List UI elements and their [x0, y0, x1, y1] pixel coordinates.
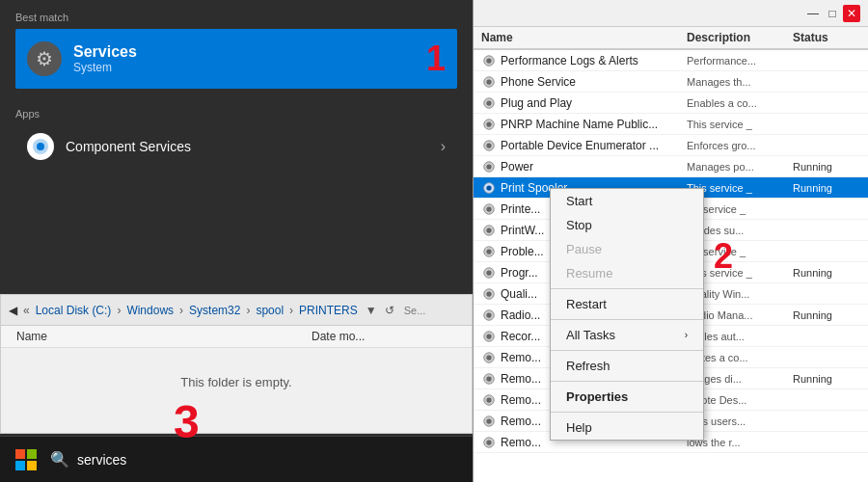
svg-point-43 — [486, 440, 491, 444]
dropdown-arrow-icon[interactable]: ▼ — [366, 304, 377, 317]
service-name: Plug and Play — [501, 96, 687, 110]
context-menu-item-properties[interactable]: Properties — [551, 385, 703, 409]
svg-point-39 — [486, 397, 491, 402]
search-input[interactable] — [77, 452, 461, 468]
service-gear-icon — [481, 265, 497, 281]
breadcrumb-sep-start: « — [23, 304, 30, 317]
breadcrumb-nav-icon: ◀ — [9, 304, 17, 317]
service-gear-icon — [481, 244, 497, 259]
service-gear-icon — [481, 286, 497, 302]
column-name-header: Name — [16, 330, 312, 343]
best-match-section: Best match ⚙ Services System 1 — [0, 0, 473, 96]
service-name: Portable Device Enumerator ... — [501, 139, 687, 152]
breadcrumb-windows[interactable]: Windows — [126, 304, 174, 317]
breadcrumb-printers[interactable]: PRINTERS — [299, 304, 358, 317]
svg-rect-2 — [15, 449, 25, 459]
context-menu-divider — [551, 319, 703, 320]
svg-point-35 — [486, 355, 491, 360]
services-window-header: — □ ✕ — [474, 0, 868, 27]
svg-point-1 — [37, 143, 44, 150]
window-controls: — □ ✕ — [804, 5, 860, 22]
breadcrumb-spool[interactable]: spool — [256, 304, 284, 317]
maximize-button[interactable]: □ — [824, 5, 841, 22]
services-table-header: Name Description Status — [474, 27, 868, 50]
minimize-button[interactable]: — — [804, 5, 822, 22]
svg-point-25 — [486, 249, 491, 254]
service-description: Performance... — [687, 55, 793, 67]
service-gear-icon — [481, 223, 497, 238]
column-description: Description — [687, 31, 793, 44]
svg-point-37 — [486, 376, 491, 381]
number-3-badge: 3 — [174, 395, 200, 448]
service-status: Running — [793, 373, 860, 385]
chevron-right-icon: › — [441, 138, 446, 155]
service-row[interactable]: PowerManages po...Running — [474, 156, 868, 177]
service-description: Enforces gro... — [687, 140, 793, 151]
gear-icon: ⚙ — [27, 41, 62, 76]
service-row[interactable]: PNRP Machine Name Public...This service … — [474, 114, 868, 135]
context-menu-item-pause: Pause — [551, 237, 703, 261]
service-gear-icon — [481, 159, 497, 174]
service-description: Manages po... — [687, 161, 793, 173]
service-row[interactable]: Phone ServiceManages th... — [474, 71, 868, 93]
search-icon: 🔍 — [50, 450, 69, 469]
svg-point-9 — [486, 79, 491, 84]
best-match-title: Services — [73, 43, 137, 61]
svg-point-31 — [486, 312, 491, 317]
breadcrumb-localdisk[interactable]: Local Disk (C:) — [36, 304, 112, 317]
component-services-item[interactable]: Component Services › — [15, 125, 457, 168]
service-gear-icon — [481, 74, 497, 90]
svg-point-21 — [486, 206, 491, 211]
file-explorer: ◀ « Local Disk (C:) › Windows › System32… — [0, 294, 473, 434]
number-1-badge: 1 — [426, 39, 446, 79]
context-menu-divider — [551, 288, 703, 289]
svg-point-17 — [486, 164, 491, 169]
service-gear-icon — [481, 329, 497, 344]
service-status: Running — [793, 309, 860, 321]
service-name: Phone Service — [501, 75, 687, 89]
column-status: Status — [793, 31, 860, 44]
search-box-label: Se... — [404, 305, 426, 316]
file-list-header: Name Date mo... — [1, 326, 472, 348]
svg-rect-4 — [15, 461, 25, 470]
svg-point-19 — [486, 185, 491, 190]
context-menu-divider — [551, 350, 703, 351]
close-button[interactable]: ✕ — [843, 5, 860, 22]
service-gear-icon — [481, 117, 497, 132]
service-gear-icon — [481, 138, 497, 153]
service-name: Performance Logs & Alerts — [501, 54, 687, 67]
context-menu-item-stop[interactable]: Stop — [551, 213, 703, 237]
svg-point-11 — [486, 100, 491, 105]
context-menu-item-resume: Resume — [551, 261, 703, 285]
context-menu-divider — [551, 381, 703, 382]
service-row[interactable]: Portable Device Enumerator ...Enforces g… — [474, 135, 868, 156]
ctx-label: All Tasks — [566, 328, 615, 342]
column-name: Name — [481, 31, 687, 44]
service-row[interactable]: Plug and PlayEnables a co... — [474, 93, 868, 114]
context-menu-item-help[interactable]: Help — [551, 415, 703, 440]
service-status: Running — [793, 182, 860, 194]
svg-rect-3 — [27, 449, 37, 459]
breadcrumb-system32[interactable]: System32 — [189, 304, 240, 317]
service-gear-icon — [481, 371, 497, 387]
service-gear-icon — [481, 392, 497, 408]
best-match-text: Services System — [73, 43, 137, 74]
context-menu-item-refresh[interactable]: Refresh — [551, 354, 703, 378]
service-gear-icon — [481, 308, 497, 323]
service-gear-icon — [481, 95, 497, 111]
apps-label: Apps — [15, 108, 457, 120]
svg-point-7 — [486, 58, 491, 63]
service-name: PNRP Machine Name Public... — [501, 118, 687, 131]
windows-logo — [12, 445, 41, 474]
service-description: Manages th... — [687, 76, 793, 88]
context-menu-item-start[interactable]: Start — [551, 189, 703, 213]
file-explorer-addressbar: ◀ « Local Disk (C:) › Windows › System32… — [1, 295, 472, 326]
svg-point-41 — [486, 418, 491, 423]
service-row[interactable]: Performance Logs & AlertsPerformance... — [474, 50, 868, 71]
context-menu-item-restart[interactable]: Restart — [551, 292, 703, 316]
refresh-icon[interactable]: ↺ — [385, 304, 394, 317]
service-gear-icon — [481, 201, 497, 217]
service-name: Power — [501, 160, 687, 174]
best-match-item[interactable]: ⚙ Services System 1 — [15, 29, 457, 89]
context-menu-item-all-tasks[interactable]: All Tasks› — [551, 323, 703, 347]
